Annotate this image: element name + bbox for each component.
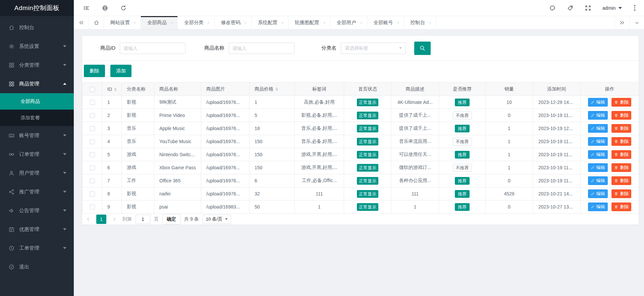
cell-description: 微软的游戏订...	[391, 161, 439, 174]
close-icon[interactable]	[396, 21, 400, 24]
close-icon[interactable]	[207, 21, 210, 24]
per-page-select[interactable]: 10 条/页	[203, 215, 231, 224]
row-checkbox[interactable]	[90, 191, 95, 196]
cell-id: 6	[102, 161, 122, 174]
bulk-delete-button[interactable]: 删除	[84, 65, 105, 77]
next-page-button[interactable]	[110, 217, 119, 222]
cell-recommend: 推荐	[439, 200, 486, 214]
tab-网站设置[interactable]: 网站设置	[104, 16, 141, 29]
close-icon[interactable]	[323, 21, 326, 24]
edit-button[interactable]: 编辑	[588, 202, 608, 211]
sort-icon[interactable]	[114, 88, 117, 91]
category-select-placeholder: 请选择标签	[345, 45, 368, 51]
row-checkbox[interactable]	[90, 113, 95, 118]
row-checkbox[interactable]	[90, 204, 95, 210]
add-button[interactable]: 添加	[110, 65, 131, 77]
row-delete-button[interactable]: 删除	[611, 98, 631, 107]
row-delete-button[interactable]: 删除	[611, 137, 631, 146]
palette-icon[interactable]	[549, 5, 556, 11]
sidebar-subitem-添加套餐[interactable]: 添加套餐	[0, 110, 74, 126]
edit-button[interactable]: 编辑	[588, 163, 608, 172]
row-delete-button[interactable]: 删除	[611, 111, 631, 120]
cell-actions: 编辑 删除	[581, 96, 639, 109]
cell-id: 3	[102, 122, 122, 135]
tab-轮播图配置[interactable]: 轮播图配置	[288, 16, 330, 29]
category-select[interactable]: 请选择标签	[341, 43, 406, 54]
home-tab-button[interactable]	[89, 16, 104, 29]
tab-系统配置[interactable]: 系统配置	[252, 16, 288, 29]
tab-全部分类[interactable]: 全部分类	[178, 16, 215, 29]
sort-icon[interactable]	[275, 87, 278, 91]
row-checkbox[interactable]	[90, 139, 95, 144]
edit-button[interactable]: 编辑	[588, 137, 608, 146]
more-options-icon[interactable]	[633, 4, 637, 11]
tab-全部账号[interactable]: 全部账号	[367, 16, 404, 29]
tab-全部用户[interactable]: 全部用户	[330, 16, 367, 29]
chevron-down-icon	[63, 64, 66, 66]
row-checkbox[interactable]	[90, 165, 95, 170]
close-icon[interactable]	[281, 21, 284, 24]
row-delete-button[interactable]: 删除	[611, 202, 631, 211]
globe-icon[interactable]	[102, 5, 108, 11]
row-delete-button[interactable]: 删除	[611, 150, 631, 159]
column-header-销量: 销量	[486, 82, 533, 96]
sidebar-item-优惠管理[interactable]: 优惠管理	[0, 220, 74, 239]
row-delete-button[interactable]: 删除	[611, 176, 631, 185]
edit-button[interactable]: 编辑	[588, 98, 608, 107]
sidebar-subitem-全部商品[interactable]: 全部商品	[0, 93, 74, 110]
edit-button[interactable]: 编辑	[588, 176, 608, 185]
edit-button[interactable]: 编辑	[588, 124, 608, 133]
row-delete-button[interactable]: 删除	[611, 163, 631, 172]
chevron-down-icon	[63, 153, 66, 155]
fullscreen-icon[interactable]	[585, 5, 591, 11]
cell-created-time: 2023-10-19 12...	[533, 122, 581, 135]
collapse-menu-icon[interactable]	[83, 5, 90, 11]
sidebar-item-系统设置[interactable]: 系统设置	[0, 37, 74, 56]
prev-page-button[interactable]	[84, 217, 93, 222]
goto-page-input[interactable]	[136, 215, 150, 224]
tab-修改密码[interactable]: 修改密码	[215, 16, 252, 29]
recommend-badge: 不推荐	[453, 138, 472, 145]
sidebar-item-分类管理[interactable]: 分类管理	[0, 56, 74, 74]
close-icon[interactable]	[133, 21, 137, 24]
tab-控制台[interactable]: 控制台	[404, 16, 436, 29]
close-icon[interactable]	[170, 21, 173, 24]
sidebar-item-公告管理[interactable]: 公告管理	[0, 201, 74, 220]
edit-button[interactable]: 编辑	[588, 189, 608, 198]
refresh-icon[interactable]	[120, 5, 127, 11]
chevron-down-icon	[399, 47, 402, 49]
tab-全部商品[interactable]: 全部商品	[141, 16, 178, 29]
double-chevron-right-icon	[619, 20, 625, 25]
tag-icon[interactable]	[567, 5, 574, 11]
tabs-scroll-right-button[interactable]	[614, 16, 629, 29]
sidebar-item-用户管理[interactable]: 用户管理	[0, 164, 74, 182]
row-delete-button[interactable]: 删除	[611, 189, 631, 198]
close-icon[interactable]	[244, 21, 247, 24]
sidebar-item-订单管理[interactable]: 订单管理	[0, 145, 74, 164]
close-icon[interactable]	[360, 21, 363, 24]
row-checkbox[interactable]	[90, 126, 95, 131]
select-all-checkbox[interactable]	[90, 87, 95, 92]
goto-confirm-button[interactable]: 确定	[162, 214, 180, 224]
sidebar-item-工单管理[interactable]: 工单管理	[0, 239, 74, 257]
edit-button[interactable]: 编辑	[588, 111, 608, 120]
product-name-input[interactable]	[229, 43, 294, 54]
current-page-button[interactable]: 1	[96, 215, 106, 224]
close-icon[interactable]	[428, 21, 432, 24]
sidebar-item-商品管理[interactable]: 商品管理	[0, 74, 74, 93]
sidebar-item-退出[interactable]: 退出	[0, 257, 74, 276]
tabs-scroll-left-button[interactable]	[74, 16, 89, 29]
tabs-menu-button[interactable]	[629, 16, 644, 29]
edit-button[interactable]: 编辑	[588, 150, 608, 159]
sidebar-item-控制台[interactable]: 控制台	[0, 18, 74, 37]
user-menu[interactable]: admin	[602, 5, 622, 11]
row-delete-button[interactable]: 删除	[611, 124, 631, 133]
search-button[interactable]	[414, 42, 431, 55]
row-checkbox[interactable]	[90, 152, 95, 157]
sidebar-item-账号管理[interactable]: 账号管理	[0, 126, 74, 145]
cell-image-path: /upload/16976...	[201, 122, 250, 135]
row-checkbox[interactable]	[90, 178, 95, 183]
sidebar-item-推广管理[interactable]: 推广管理	[0, 182, 74, 201]
product-id-input[interactable]	[120, 43, 185, 54]
row-checkbox[interactable]	[90, 100, 95, 105]
